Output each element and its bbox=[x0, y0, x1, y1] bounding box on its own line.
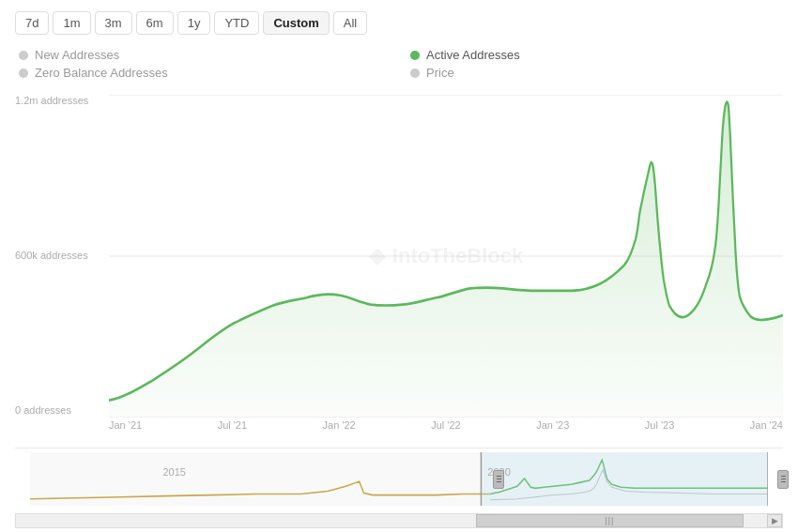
legend-item-zero-balance[interactable]: Zero Balance Addresses bbox=[19, 66, 391, 80]
legend-label-price: Price bbox=[426, 66, 454, 80]
scrollbar[interactable]: ◀ ||| ▶ bbox=[15, 513, 783, 528]
legend: New AddressesActive AddressesZero Balanc… bbox=[15, 48, 783, 80]
legend-label-new-addresses: New Addresses bbox=[35, 48, 119, 62]
legend-label-active-addresses: Active Addresses bbox=[426, 48, 520, 62]
navigator-plot: 2015 2020 bbox=[30, 452, 768, 506]
legend-label-zero-balance: Zero Balance Addresses bbox=[35, 66, 168, 80]
time-btn-all[interactable]: All bbox=[333, 11, 367, 35]
time-btn-7d[interactable]: 7d bbox=[15, 11, 49, 35]
x-axis: Jan '21Jul '21Jan '22Jul '22Jan '23Jul '… bbox=[109, 419, 783, 446]
y-axis-label: 600k addresses bbox=[15, 250, 109, 261]
nav-handle-right[interactable] bbox=[777, 470, 789, 489]
time-btn-ytd[interactable]: YTD bbox=[214, 11, 259, 35]
nav-handle-left[interactable] bbox=[493, 470, 504, 489]
y-axis-label: 0 addresses bbox=[15, 404, 109, 416]
time-range-bar: 7d1m3m6m1yYTDCustomAll bbox=[15, 11, 783, 35]
x-axis-label: Jan '21 bbox=[109, 419, 142, 431]
legend-item-price[interactable]: Price bbox=[410, 66, 783, 80]
time-btn-1m[interactable]: 1m bbox=[53, 11, 90, 35]
time-btn-custom[interactable]: Custom bbox=[263, 11, 329, 35]
scrollbar-thumb[interactable]: ||| bbox=[476, 514, 744, 527]
legend-item-active-addresses[interactable]: Active Addresses bbox=[410, 48, 783, 62]
time-btn-6m[interactable]: 6m bbox=[136, 11, 174, 35]
legend-dot-active-addresses bbox=[410, 51, 420, 60]
main-chart: 1.2m addresses600k addresses0 addresses … bbox=[15, 95, 783, 446]
legend-dot-new-addresses bbox=[19, 51, 28, 60]
time-btn-3m[interactable]: 3m bbox=[95, 11, 132, 35]
x-axis-label: Jul '22 bbox=[431, 419, 460, 431]
time-btn-1y[interactable]: 1y bbox=[177, 11, 211, 35]
legend-dot-zero-balance bbox=[19, 68, 28, 78]
x-axis-label: Jan '24 bbox=[750, 419, 783, 431]
chart-plot: ◈ IntoTheBlock bbox=[109, 95, 783, 418]
x-axis-label: Jul '23 bbox=[645, 419, 674, 431]
navigator: 2015 2020 ◀ | bbox=[15, 448, 783, 532]
y-axis: 1.2m addresses600k addresses0 addresses bbox=[15, 95, 109, 418]
scroll-right-button[interactable]: ▶ bbox=[767, 514, 782, 527]
legend-dot-price bbox=[410, 68, 420, 78]
x-axis-label: Jan '22 bbox=[323, 419, 356, 431]
legend-item-new-addresses[interactable]: New Addresses bbox=[19, 48, 391, 62]
svg-rect-4 bbox=[481, 452, 768, 506]
x-axis-label: Jan '23 bbox=[536, 419, 569, 431]
nav-year-2015: 2015 bbox=[162, 466, 185, 478]
main-container: 7d1m3m6m1yYTDCustomAll New AddressesActi… bbox=[0, 0, 798, 532]
chart-area: 1.2m addresses600k addresses0 addresses … bbox=[15, 95, 783, 532]
scrollbar-thumb-indicator: ||| bbox=[605, 516, 614, 525]
x-axis-label: Jul '21 bbox=[218, 419, 247, 431]
y-axis-label: 1.2m addresses bbox=[15, 95, 109, 106]
